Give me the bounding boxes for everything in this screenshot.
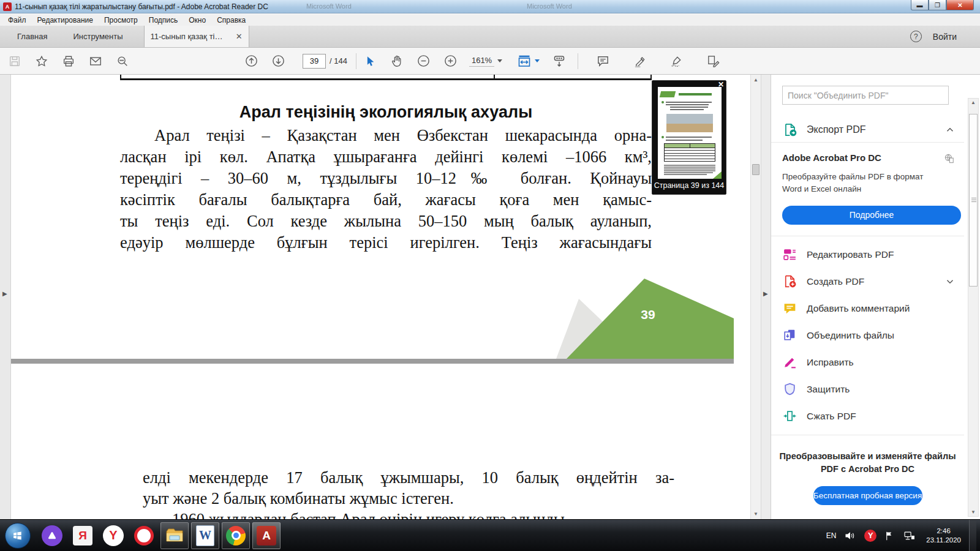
fit-width-icon[interactable] [517, 54, 532, 69]
acrobat-app-icon: A [3, 2, 12, 11]
tool-combine-files[interactable]: Объединить файлы [771, 322, 964, 349]
restore-button[interactable]: ❐ [929, 0, 946, 10]
panel-scrollbar[interactable]: ▲ ▼ [968, 98, 979, 517]
tools-search-box[interactable] [782, 86, 949, 105]
taskbar-word-icon[interactable]: W [191, 522, 219, 549]
tool-edit-pdf[interactable]: Редактировать PDF [771, 241, 964, 268]
table-bottom-remnant [120, 75, 652, 80]
tool-export-pdf[interactable]: Экспорт PDF [771, 117, 964, 143]
fit-dropdown-caret-icon[interactable] [535, 59, 540, 62]
page-thumbnail [658, 87, 722, 179]
close-button[interactable]: ✕ [946, 0, 974, 10]
menu-window[interactable]: Окно [183, 16, 211, 24]
zoom-dropdown-caret-icon[interactable] [497, 59, 502, 62]
network-icon[interactable] [903, 530, 916, 542]
search-icon[interactable] [115, 54, 130, 69]
document-area[interactable]: Арал теңізінің экологиялық ахуалы Арал т… [11, 75, 750, 519]
sign-in-button[interactable]: Войти [933, 32, 957, 42]
page-scrolling-icon[interactable] [552, 54, 567, 69]
document-scrollbar-thumb[interactable] [752, 164, 760, 175]
taskbar-alice-icon[interactable] [38, 522, 66, 549]
taskbar-opera-icon[interactable] [130, 522, 158, 549]
taskbar-yandex-browser-icon[interactable]: Y [99, 522, 127, 549]
navigation-pane-toggle-icon[interactable]: ▶ [2, 290, 7, 297]
page-preview-popup: ✕ Страница 39 из 144 [652, 80, 726, 195]
select-tool-icon[interactable] [363, 54, 377, 69]
menu-sign[interactable]: Подпись [143, 16, 184, 24]
panel-scrollbar-thumb[interactable] [969, 114, 978, 287]
tools-pane-toggle-icon[interactable]: ▶ [763, 290, 768, 297]
free-trial-button[interactable]: Бесплатная пробная версия [813, 486, 922, 505]
paragraph-line: елді мекендерде 17 балық ұжымшары, 10 ба… [143, 467, 674, 488]
tab-close-icon[interactable]: ✕ [236, 32, 243, 41]
star-bookmark-icon[interactable] [34, 54, 49, 69]
print-icon[interactable] [61, 54, 76, 69]
navigation-pane-strip: ▶ [0, 75, 11, 519]
tab-document-label: 11-сынып қазақ ті… [151, 32, 223, 41]
tools-panel: Экспорт PDF Adobe Acrobat Pro DC Преобра… [771, 75, 980, 519]
language-indicator[interactable]: EN [826, 531, 837, 540]
next-page-icon[interactable] [271, 54, 285, 69]
tool-create-pdf[interactable]: Создать PDF [771, 268, 964, 295]
taskbar-acrobat-icon[interactable]: A [252, 522, 281, 549]
clock[interactable]: 2:46 23.11.2020 [926, 527, 961, 545]
tool-compress-pdf[interactable]: Сжать PDF [771, 403, 964, 430]
comment-icon[interactable] [595, 54, 610, 69]
chevron-down-icon[interactable] [944, 276, 956, 287]
panel-scroll-down-icon[interactable]: ▼ [968, 509, 978, 515]
menu-view[interactable]: Просмотр [99, 16, 143, 24]
promo-more-button[interactable]: Подробнее [782, 206, 961, 225]
start-button[interactable] [5, 523, 31, 549]
toolbar: / 144 161% [0, 48, 980, 75]
promo-text: Преобразуйте файлы PDF в формат Word и E… [782, 171, 935, 196]
scroll-up-icon[interactable]: ▲ [751, 77, 761, 83]
document-scrollbar[interactable]: ▲ ▼ [750, 75, 761, 519]
page-footer-decoration: 39 [11, 274, 737, 367]
panel-scroll-up-icon[interactable]: ▲ [968, 100, 978, 105]
send-for-review-icon[interactable] [706, 54, 720, 69]
tool-protect[interactable]: Защитить [771, 376, 964, 403]
page-number-input[interactable] [303, 54, 326, 69]
article-heading: Арал теңізінің экологиялық ахуалы [120, 103, 652, 122]
highlight-icon[interactable] [632, 54, 647, 69]
show-desktop-button[interactable] [969, 520, 976, 551]
window-controls: ▬ ❐ ✕ [911, 0, 974, 10]
zoom-level-value[interactable]: 161% [469, 56, 494, 67]
tool-add-comment[interactable]: Добавить комментарий [771, 295, 964, 322]
export-pdf-icon [782, 122, 798, 138]
paragraph-line: кәсіптік бағалы балықтарға бай, жағасы қ… [120, 189, 652, 211]
scroll-down-icon[interactable]: ▼ [751, 511, 761, 517]
tools-search-input[interactable] [788, 91, 943, 100]
popup-caption: Страница 39 из 144 [652, 181, 726, 190]
taskbar-explorer-icon[interactable] [160, 522, 189, 549]
globe-document-icon [943, 152, 956, 165]
help-icon[interactable]: ? [910, 31, 922, 42]
menu-edit[interactable]: Редактирование [32, 16, 99, 24]
taskbar-yandex-icon[interactable]: Я [69, 522, 97, 549]
background-window-title: Microsoft Word [306, 2, 352, 10]
fill-sign-icon[interactable] [669, 54, 684, 69]
zoom-in-icon[interactable] [443, 54, 458, 69]
menu-help[interactable]: Справка [211, 16, 251, 24]
action-center-flag-icon[interactable] [884, 530, 895, 541]
tabbar: Главная Инструменты 11-сынып қазақ ті… ✕… [0, 26, 980, 48]
menu-file[interactable]: Файл [2, 16, 32, 24]
volume-icon[interactable] [844, 530, 856, 542]
hand-tool-icon[interactable] [390, 54, 404, 69]
paragraph-line: тереңдігі – 30–60 м, тұздылығы 10–12‰ бо… [120, 168, 652, 189]
email-icon[interactable] [88, 54, 103, 69]
previous-page-icon[interactable] [244, 54, 258, 69]
tab-home[interactable]: Главная [9, 26, 56, 47]
tab-tools[interactable]: Инструменты [64, 26, 131, 47]
chevron-up-icon[interactable] [944, 124, 956, 135]
tray-yandex-icon[interactable]: Y [864, 530, 876, 542]
tools-pane-strip: ▶ [761, 75, 771, 519]
combine-files-icon [782, 328, 797, 343]
tool-fix[interactable]: Исправить [771, 349, 964, 376]
zoom-out-icon[interactable] [417, 54, 431, 69]
page-total-label: / 144 [330, 56, 347, 66]
taskbar-chrome-icon[interactable] [222, 522, 250, 549]
save-icon[interactable] [7, 54, 22, 69]
tab-document[interactable]: 11-сынып қазақ ті… ✕ [144, 26, 249, 47]
minimize-button[interactable]: ▬ [911, 0, 929, 10]
